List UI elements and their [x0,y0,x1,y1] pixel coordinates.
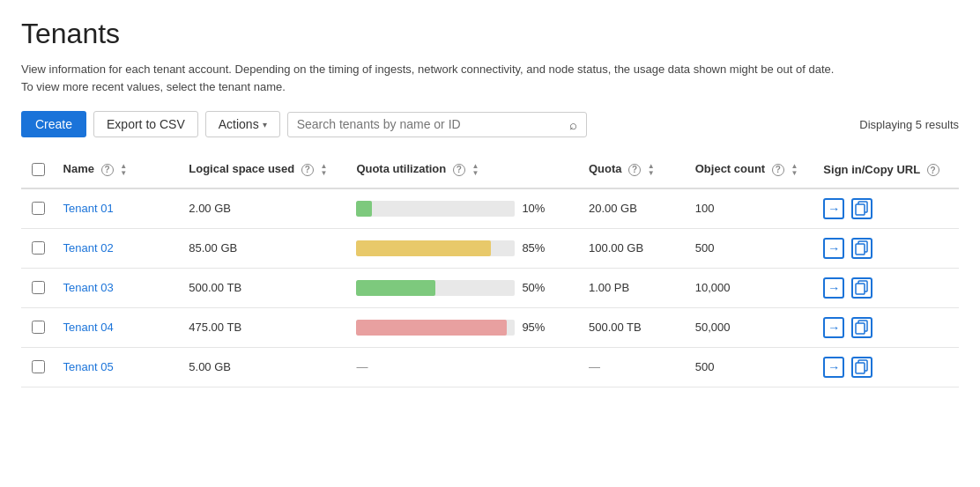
copy-icon-tenant02[interactable] [851,238,872,259]
table-row: Tenant 0285.00 GB85%100.00 GB500→︎ [21,228,959,268]
actions-button[interactable]: Actions ▾ [205,111,280,137]
object-count-help-icon[interactable]: ? [772,164,784,176]
row-checkbox-cell [21,347,56,387]
quota-util-help-icon[interactable]: ? [453,164,465,176]
object-count-cell: 500 [688,228,817,268]
quota-cell: 100.00 GB [582,228,688,268]
logical-space-cell: 2.00 GB [182,188,349,229]
svg-rect-5 [856,284,865,294]
create-button[interactable]: Create [21,111,86,137]
quota-util-cell: 50% [349,268,582,307]
signin-copy-cell: →︎ [816,228,959,268]
tenant-name-cell: Tenant 03 [56,268,182,307]
object-count-sort-icon[interactable]: ▲ ▼ [791,163,798,177]
action-icons-group: →︎ [823,198,952,219]
logical-space-sort-icon[interactable]: ▲ ▼ [320,163,327,177]
signin-copy-help-icon[interactable]: ? [927,164,939,176]
row-checkbox-cell [21,228,56,268]
quota-cell: — [582,347,688,387]
progress-bar-bg [356,320,515,336]
export-csv-button[interactable]: Export to CSV [93,111,198,137]
quota-sort-icon[interactable]: ▲ ▼ [648,163,655,177]
table-header-row: Name ? ▲ ▼ Logical space used ? ▲ ▼ [21,151,959,188]
tenant-link-tenant04[interactable]: Tenant 04 [63,321,114,334]
quota-help-icon[interactable]: ? [628,164,641,176]
progress-bar-bg [356,280,515,296]
copy-icon-tenant01[interactable] [851,198,872,219]
logical-space-help-icon[interactable]: ? [301,164,314,176]
col-header-signin-copy: Sign in/Copy URL ? [816,151,959,188]
action-icons-group: →︎ [823,317,952,338]
col-header-name: Name ? ▲ ▼ [56,151,182,188]
col-header-logical-space: Logical space used ? ▲ ▼ [182,151,349,188]
quota-util-label: 10% [522,202,545,215]
page-description: View information for each tenant account… [21,61,955,95]
search-box: ⌕ [287,112,587,137]
select-all-checkbox[interactable] [32,163,45,176]
name-help-icon[interactable]: ? [101,164,114,176]
tenants-table: Name ? ▲ ▼ Logical space used ? ▲ ▼ [21,151,959,387]
progress-bar-fill [356,240,491,256]
quota-util-cell: 95% [349,307,582,347]
table-row: Tenant 055.00 GB——500→︎ [21,347,959,387]
action-icons-group: →︎ [823,277,952,299]
action-icons-group: →︎ [823,238,952,259]
tenant-link-tenant01[interactable]: Tenant 01 [63,202,114,215]
progress-bar-fill [356,280,435,296]
row-checkbox-cell [21,268,56,307]
tenant-link-tenant05[interactable]: Tenant 05 [63,360,114,373]
quota-util-label: 95% [522,321,545,334]
quota-util-sort-icon[interactable]: ▲ ▼ [471,163,479,177]
tenant-name-cell: Tenant 05 [56,347,182,387]
tenant-link-tenant02[interactable]: Tenant 02 [63,241,114,255]
tenant-name-cell: Tenant 04 [56,307,182,347]
copy-icon-tenant03[interactable] [851,277,872,299]
signin-icon-tenant03[interactable]: →︎ [823,277,844,299]
signin-copy-cell: →︎ [816,347,959,387]
quota-cell: 500.00 TB [582,307,688,347]
svg-rect-9 [856,363,865,373]
object-count-cell: 100 [688,188,817,229]
logical-space-cell: 475.00 TB [182,307,349,347]
quota-util-dash: — [356,360,368,373]
quota-cell: 1.00 PB [582,268,688,307]
signin-icon-tenant02[interactable]: →︎ [823,238,844,259]
col-header-object-count: Object count ? ▲ ▼ [688,151,817,188]
tenant-name-cell: Tenant 02 [56,228,182,268]
search-input[interactable] [297,117,569,131]
row-checkbox-tenant01[interactable] [32,202,45,215]
quota-util-label: 50% [522,281,545,294]
signin-icon-tenant01[interactable]: →︎ [823,198,844,219]
signin-icon-tenant04[interactable]: →︎ [823,317,844,338]
row-checkbox-tenant03[interactable] [32,281,45,294]
signin-copy-cell: →︎ [816,268,959,307]
tenant-link-tenant03[interactable]: Tenant 03 [63,281,114,294]
object-count-cell: 50,000 [688,307,817,347]
logical-space-cell: 5.00 GB [182,347,349,387]
logical-space-cell: 500.00 TB [182,268,349,307]
svg-rect-1 [856,204,865,215]
chevron-down-icon: ▾ [263,120,267,129]
progress-bar-fill [356,201,372,217]
quota-util-label: 85% [522,241,545,255]
action-icons-group: →︎ [823,357,952,378]
search-icon: ⌕ [569,117,577,132]
row-checkbox-tenant04[interactable] [32,321,45,334]
row-checkbox-cell [21,307,56,347]
row-checkbox-tenant02[interactable] [32,241,45,255]
row-checkbox-cell [21,188,56,229]
object-count-cell: 500 [688,347,817,387]
signin-icon-tenant05[interactable]: →︎ [823,357,844,378]
select-all-header[interactable] [21,151,56,188]
progress-bar-fill [356,320,507,336]
table-row: Tenant 03500.00 TB50%1.00 PB10,000→︎ [21,268,959,307]
name-sort-icon[interactable]: ▲ ▼ [120,163,127,177]
quota-util-cell: 85% [349,228,582,268]
row-checkbox-tenant05[interactable] [32,360,45,373]
col-header-quota-util: Quota utilization ? ▲ ▼ [349,151,582,188]
page-title: Tenants [21,18,959,50]
signin-copy-cell: →︎ [816,307,959,347]
copy-icon-tenant04[interactable] [851,317,872,338]
quota-util-cell: 10% [349,188,582,229]
copy-icon-tenant05[interactable] [851,357,872,378]
